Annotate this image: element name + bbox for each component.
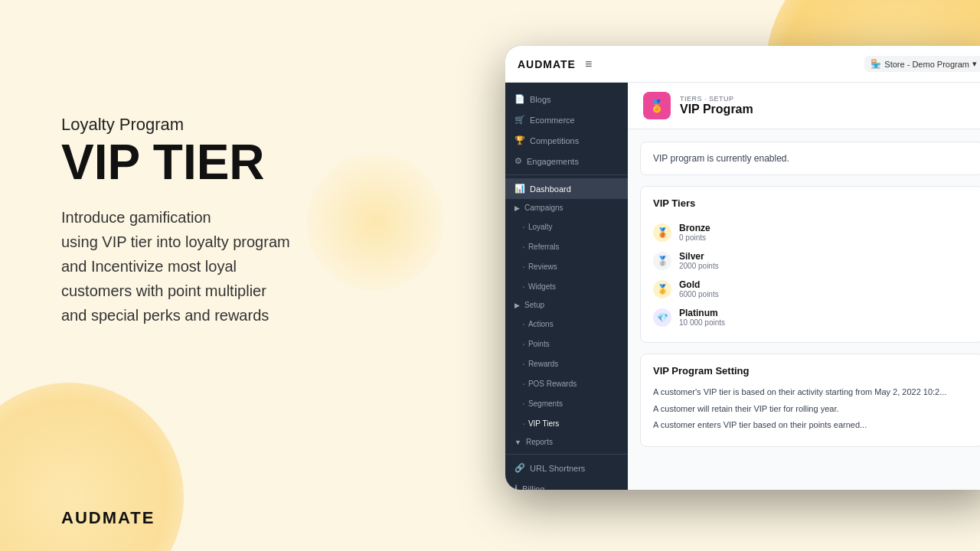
- sidebar-subitem-rewards[interactable]: Rewards: [505, 354, 628, 373]
- platinum-points: 10 000 points: [679, 318, 725, 327]
- sidebar-item-competitions-label: Competitions: [530, 136, 579, 145]
- status-card: VIP program is currently enabled.: [640, 142, 980, 175]
- setting-card-title: VIP Program Setting: [653, 365, 970, 377]
- sidebar-item-ecommerce-label: Ecommerce: [530, 116, 575, 125]
- gold-info: Gold 6000 points: [679, 279, 719, 298]
- tablet-frame: AUDMATE ≡ 🏪 Store - Demo Program ▾ 📄: [505, 46, 980, 490]
- gold-points: 6000 points: [679, 290, 719, 298]
- setting-line-2: A customer will retain their VIP tier fo…: [653, 403, 970, 416]
- silver-name: Silver: [679, 251, 719, 262]
- sidebar-item-dashboard[interactable]: 📊 Dashboard: [505, 178, 628, 199]
- sidebar-group-reports[interactable]: ▼ Reports: [505, 433, 628, 451]
- sidebar: 📄 Blogs 🛒 Ecommerce 🏆 Competitions ⚙ Eng…: [505, 83, 628, 490]
- sidebar-subitem-actions[interactable]: Actions: [505, 314, 628, 334]
- sidebar-item-url-shortners[interactable]: 🔗 URL Shortners: [505, 458, 628, 478]
- app-logo: AUDMATE: [518, 58, 576, 70]
- store-badge[interactable]: 🏪 Store - Demo Program ▾: [864, 56, 980, 72]
- sidebar-subitem-reviews[interactable]: Reviews: [505, 256, 628, 276]
- sidebar-item-url-label: URL Shortners: [530, 464, 585, 473]
- bottom-logo: AUDMATE: [61, 508, 155, 528]
- sidebar-subitem-vip-tiers[interactable]: VIP Tiers: [505, 413, 628, 433]
- ecommerce-icon: 🛒: [514, 115, 525, 125]
- sidebar-subitem-widgets[interactable]: Widgets: [505, 276, 628, 296]
- page-icon: 🏅: [643, 92, 671, 119]
- sidebar-item-ecommerce[interactable]: 🛒 Ecommerce: [505, 109, 628, 130]
- main-title: VIP TIER: [61, 138, 290, 187]
- sidebar-subitem-segments[interactable]: Segments: [505, 393, 628, 413]
- sidebar-item-billing-label: Billing: [522, 484, 544, 491]
- platinum-name: Platinum: [679, 308, 725, 318]
- setting-line-1: A customer's VIP tier is based on their …: [653, 386, 970, 399]
- sidebar-divider-1: [505, 174, 628, 175]
- tier-gold: 🥇 Gold 6000 points: [653, 275, 970, 303]
- engagements-icon: ⚙: [514, 156, 522, 166]
- actions-label: Actions: [528, 320, 554, 328]
- top-bar: AUDMATE ≡ 🏪 Store - Demo Program ▾: [505, 46, 980, 83]
- main-content: 🏅 TIERS · SETUP VIP Program VIP program …: [628, 83, 980, 490]
- sidebar-item-billing[interactable]: ℹ Billing: [505, 478, 628, 490]
- sidebar-item-blogs-label: Blogs: [530, 95, 551, 104]
- left-content-area: Loyalty Program VIP TIER Introduce gamif…: [61, 115, 290, 328]
- bronze-icon: 🥉: [653, 223, 671, 242]
- reports-chevron: ▼: [514, 439, 521, 446]
- tier-bronze: 🥉 Bronze 0 points: [653, 218, 970, 246]
- breadcrumb: TIERS · SETUP: [680, 95, 753, 103]
- sidebar-item-blogs[interactable]: 📄 Blogs: [505, 89, 628, 109]
- sidebar-item-dashboard-label: Dashboard: [530, 184, 571, 194]
- app-body: 📄 Blogs 🛒 Ecommerce 🏆 Competitions ⚙ Eng…: [505, 83, 980, 490]
- pos-rewards-label: POS Rewards: [528, 380, 577, 388]
- blogs-icon: 📄: [514, 94, 525, 104]
- app-container: AUDMATE ≡ 🏪 Store - Demo Program ▾ 📄: [505, 46, 980, 490]
- vip-tiers-card: VIP Tiers 🥉 Bronze 0 points 🥈: [640, 186, 980, 343]
- silver-info: Silver 2000 points: [679, 251, 719, 270]
- hamburger-icon[interactable]: ≡: [585, 57, 592, 71]
- sidebar-subitem-referrals[interactable]: Referrals: [505, 236, 628, 256]
- sidebar-subitem-pos-rewards[interactable]: POS Rewards: [505, 373, 628, 393]
- top-bar-right: 🏪 Store - Demo Program ▾: [864, 56, 980, 72]
- sidebar-group-setup[interactable]: ▶ Setup: [505, 296, 628, 314]
- bronze-info: Bronze 0 points: [679, 223, 710, 242]
- competitions-icon: 🏆: [514, 135, 525, 145]
- bg-decoration-mid: [306, 153, 444, 291]
- tier-platinum: 💎 Platinum 10 000 points: [653, 303, 970, 331]
- segments-label: Segments: [528, 399, 563, 408]
- sidebar-group-campaigns[interactable]: ▶ Campaigns: [505, 199, 628, 217]
- gold-name: Gold: [679, 279, 719, 290]
- store-label: Store - Demo Program: [884, 60, 969, 69]
- sidebar-item-engagements[interactable]: ⚙ Engagements: [505, 151, 628, 171]
- bronze-name: Bronze: [679, 223, 710, 233]
- sidebar-group-reports-label: Reports: [526, 438, 553, 446]
- billing-icon: ℹ: [514, 484, 518, 490]
- campaigns-chevron: ▶: [514, 204, 520, 212]
- gold-icon: 🥇: [653, 280, 671, 298]
- sidebar-subitem-loyalty[interactable]: Loyalty: [505, 217, 628, 236]
- subtitle: Loyalty Program: [61, 115, 290, 135]
- vip-tiers-label: VIP Tiers: [528, 419, 559, 428]
- bronze-points: 0 points: [679, 233, 710, 242]
- sidebar-item-engagements-label: Engagements: [527, 157, 579, 166]
- widgets-label: Widgets: [528, 282, 556, 291]
- sidebar-item-competitions[interactable]: 🏆 Competitions: [505, 130, 628, 151]
- page-header: 🏅 TIERS · SETUP VIP Program: [628, 83, 980, 129]
- loyalty-label: Loyalty: [528, 223, 553, 231]
- platinum-info: Platinum 10 000 points: [679, 308, 725, 327]
- dropdown-icon: ▾: [972, 59, 977, 69]
- vip-tiers-card-title: VIP Tiers: [653, 197, 970, 209]
- content-body: VIP program is currently enabled. VIP Ti…: [628, 129, 980, 459]
- sidebar-group-campaigns-label: Campaigns: [524, 204, 564, 212]
- sidebar-subitem-points[interactable]: Points: [505, 334, 628, 354]
- description: Introduce gamificationusing VIP tier int…: [61, 205, 290, 328]
- reviews-label: Reviews: [528, 262, 557, 271]
- page-header-text: TIERS · SETUP VIP Program: [680, 95, 753, 116]
- rewards-label: Rewards: [528, 360, 558, 368]
- sidebar-divider-2: [505, 454, 628, 455]
- dashboard-icon: 📊: [514, 184, 525, 194]
- tablet-mockup: AUDMATE ≡ 🏪 Store - Demo Program ▾ 📄: [505, 46, 980, 520]
- top-bar-left: AUDMATE ≡: [518, 57, 592, 71]
- points-label: Points: [528, 340, 550, 348]
- setup-chevron: ▶: [514, 302, 520, 309]
- page-title: VIP Program: [680, 103, 753, 116]
- status-message: VIP program is currently enabled.: [653, 153, 789, 164]
- platinum-icon: 💎: [653, 308, 671, 327]
- tier-silver: 🥈 Silver 2000 points: [653, 246, 970, 275]
